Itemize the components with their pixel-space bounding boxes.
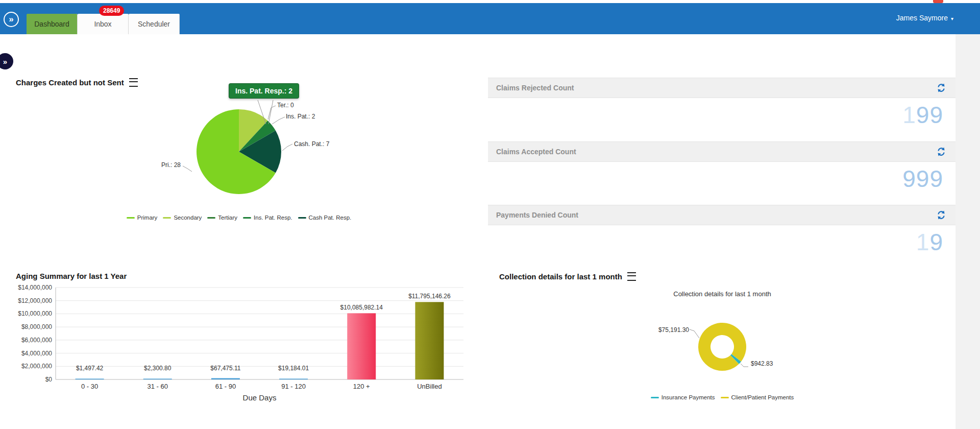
panel-value: 999 (488, 162, 955, 190)
collection-donut-chart[interactable] (646, 299, 799, 393)
legend-label: Tertiary (218, 214, 237, 221)
panel-ghost-digit: 1 (916, 229, 930, 255)
panel-header: Payments Denied Count (488, 205, 955, 225)
panel-count: 99 (916, 102, 943, 128)
donut-chart-title: Collection details for last 1 month (646, 290, 799, 298)
aging-title-row: Aging Summary for last 1 Year (16, 272, 127, 280)
user-menu[interactable]: James Saymore ▾ (896, 14, 953, 22)
tab-label: Scheduler (138, 20, 170, 28)
svg-text:$2,300.80: $2,300.80 (144, 365, 172, 372)
top-navigation-bar: » Dashboard Inbox Scheduler 28649 James … (0, 3, 980, 34)
panel-title: Claims Accepted Count (496, 148, 576, 156)
legend-swatch (721, 397, 729, 398)
page-gutter (955, 34, 980, 429)
section-title-text: Aging Summary for last 1 Year (16, 272, 127, 280)
collection-title-row: Collection details for last 1 month (499, 272, 636, 281)
pie-callout-tertiary: Ter.: 0 (277, 102, 294, 109)
legend-swatch (207, 217, 215, 219)
svg-text:31 - 60: 31 - 60 (148, 383, 168, 390)
chart-tooltip: Ins. Pat. Resp.: 2 (229, 83, 299, 99)
panel-claims-rejected: Claims Rejected Count 199 (488, 78, 955, 127)
legend-item[interactable]: Insurance Payments (651, 394, 715, 400)
pie-callout-cash-pat: Cash. Pat.: 7 (294, 140, 329, 148)
sidebar-expander-button[interactable]: » (0, 53, 13, 69)
svg-text:$8,000,000: $8,000,000 (21, 323, 52, 330)
svg-text:0 - 30: 0 - 30 (81, 383, 98, 390)
panel-value: 199 (488, 98, 955, 127)
svg-text:$10,000,000: $10,000,000 (18, 310, 52, 317)
legend-label: Ins. Pat. Resp. (254, 214, 292, 221)
section-title-text: Collection details for last 1 month (499, 272, 622, 281)
legend-swatch (243, 217, 251, 219)
svg-text:$19,184.01: $19,184.01 (278, 365, 309, 372)
dashboard-page: { "colors": { "header_blue": "#1e73be", … (0, 0, 980, 429)
panel-header: Claims Rejected Count (488, 78, 955, 98)
tab-bar: Dashboard Inbox Scheduler (27, 14, 180, 34)
refresh-icon[interactable] (936, 83, 946, 93)
pie-callout-primary: Pri.: 28 (161, 161, 181, 169)
svg-text:91 - 120: 91 - 120 (281, 383, 306, 390)
svg-text:UnBilled: UnBilled (417, 383, 442, 390)
panel-count: 9 (929, 229, 943, 255)
panel-title: Claims Rejected Count (496, 84, 574, 92)
double-arrow-icon: » (9, 14, 13, 25)
svg-text:$14,000,000: $14,000,000 (18, 284, 52, 291)
pie-callout-ins-pat: Ins. Pat.: 2 (286, 113, 315, 120)
legend-label: Secondary (174, 214, 202, 221)
svg-text:$0: $0 (45, 376, 53, 383)
legend-label: Insurance Payments (662, 394, 715, 400)
legend-swatch (651, 397, 659, 398)
legend-swatch (127, 217, 135, 219)
donut-legend: Insurance PaymentsClient/Patient Payment… (635, 394, 809, 400)
aging-bar-chart[interactable]: $0$2,000,000$4,000,000$6,000,000$8,000,0… (15, 283, 470, 411)
refresh-icon[interactable] (936, 147, 946, 157)
tab-dashboard[interactable]: Dashboard (27, 14, 78, 34)
panel-title: Payments Denied Count (496, 211, 578, 219)
inbox-count-badge: 28649 (99, 6, 124, 16)
panel-ghost-digit: 1 (902, 102, 916, 128)
legend-label: Primary (137, 214, 158, 221)
legend-item[interactable]: Cash Pat. Resp. (298, 214, 352, 221)
svg-text:$12,000,000: $12,000,000 (18, 297, 52, 304)
svg-text:$1,497.42: $1,497.42 (76, 365, 104, 372)
legend-swatch (298, 217, 306, 219)
svg-text:$67,475.11: $67,475.11 (210, 365, 240, 372)
svg-text:$2,000,000: $2,000,000 (21, 363, 52, 370)
legend-item[interactable]: Ins. Pat. Resp. (243, 214, 292, 221)
caret-down-icon: ▾ (951, 15, 953, 21)
legend-item[interactable]: Primary (127, 214, 158, 221)
svg-text:61 - 90: 61 - 90 (215, 383, 236, 390)
refresh-icon[interactable] (936, 210, 946, 220)
svg-text:120 +: 120 + (353, 383, 370, 390)
legend-item[interactable]: Secondary (163, 214, 202, 221)
pie-legend: PrimarySecondaryTertiaryIns. Pat. Resp.C… (121, 214, 356, 221)
menu-icon[interactable] (129, 78, 138, 87)
panel-claims-accepted: Claims Accepted Count 999 (488, 141, 955, 190)
legend-swatch (163, 217, 171, 219)
panel-count: 999 (902, 165, 943, 192)
nav-forward-button[interactable]: » (4, 12, 19, 27)
svg-text:Due Days: Due Days (243, 393, 277, 402)
user-name: James Saymore (896, 14, 948, 22)
charges-title-row: Charges Created but not Sent (16, 78, 138, 87)
tab-inbox[interactable]: Inbox (78, 14, 129, 34)
legend-item[interactable]: Tertiary (207, 214, 237, 221)
svg-text:$6,000,000: $6,000,000 (21, 337, 52, 344)
menu-icon[interactable] (627, 272, 636, 281)
panel-payments-denied: Payments Denied Count 19 (488, 205, 955, 254)
svg-text:$11,795,146.26: $11,795,146.26 (408, 293, 451, 300)
svg-text:$10,085,982.14: $10,085,982.14 (340, 304, 383, 311)
legend-label: Cash Pat. Resp. (309, 214, 352, 221)
legend-item[interactable]: Client/Patient Payments (721, 394, 794, 400)
double-arrow-icon: » (3, 57, 7, 66)
panel-header: Claims Accepted Count (488, 141, 955, 162)
panel-value: 19 (488, 225, 955, 254)
donut-callout-client: $75,191.30 (647, 326, 689, 333)
donut-callout-insurance: $942.83 (751, 360, 773, 367)
tab-label: Dashboard (34, 20, 69, 28)
tab-scheduler[interactable]: Scheduler (129, 14, 180, 34)
legend-label: Client/Patient Payments (731, 394, 794, 400)
svg-text:$4,000,000: $4,000,000 (21, 350, 52, 357)
tab-label: Inbox (94, 20, 111, 28)
section-title-text: Charges Created but not Sent (16, 78, 124, 87)
